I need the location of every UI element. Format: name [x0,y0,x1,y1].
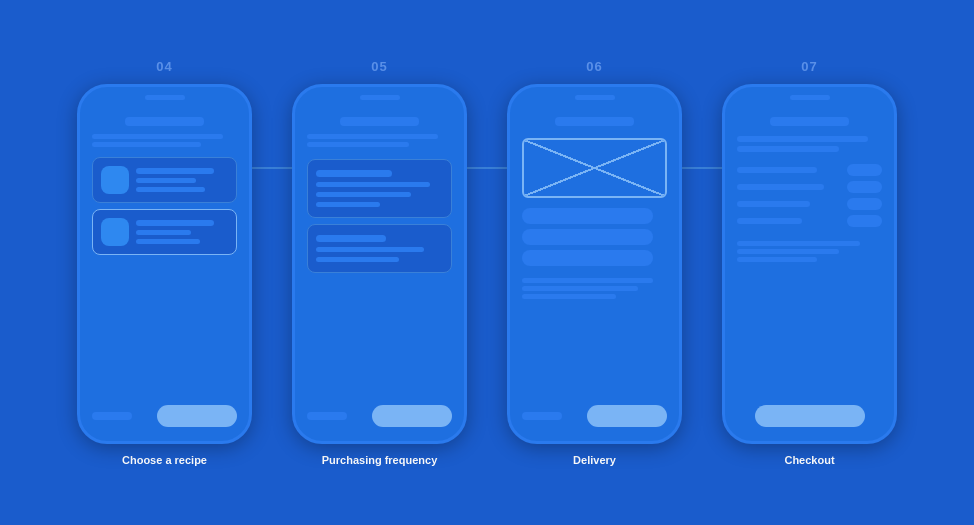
sum-line2 [737,146,839,152]
item-label-1 [737,167,817,173]
freq-card-1 [307,159,452,218]
card-line-1 [136,168,214,174]
freq-line1 [316,182,430,187]
delivery-text [522,278,667,299]
next-btn-05[interactable] [372,405,452,427]
step-number-04: 04 [156,59,172,74]
del-line2 [522,286,638,291]
phone-05 [292,84,467,444]
card-line-3 [136,187,205,192]
main-container: 04 [0,0,974,525]
screen-label-04: Choose a recipe [122,454,207,466]
freq-line5 [316,257,399,262]
ck-line2 [737,249,839,254]
option-pill-2 [522,229,653,245]
step-number-07: 07 [801,59,817,74]
phone-07 [722,84,897,444]
line2 [92,142,201,147]
bottom-row-06 [522,405,667,427]
checkout-summary [737,136,882,152]
card-line-4 [136,220,214,226]
del-line3 [522,294,616,299]
item-pill-4 [847,215,882,227]
connector-2 [467,167,507,169]
card-icon-2 [101,218,129,246]
item-label-4 [737,218,802,224]
item-row-2 [737,181,882,193]
header-bar-07 [770,117,850,126]
freq-line3 [316,202,380,207]
ck-line1 [737,241,860,246]
card-line-6 [136,239,200,244]
step-number-06: 06 [586,59,602,74]
item-pill-2 [847,181,882,193]
item-label-2 [737,184,824,190]
screen-label-05: Purchasing frequency [322,454,438,466]
line1-05 [307,134,438,139]
card-icon-1 [101,166,129,194]
checkout-text [737,241,882,262]
sum-line1 [737,136,868,142]
item-pill-1 [847,164,882,176]
card-1 [92,157,237,203]
card-2 [92,209,237,255]
checkout-items [737,164,882,227]
item-row-4 [737,215,882,227]
next-btn-06[interactable] [587,405,667,427]
card-line-2 [136,178,196,183]
del-line1 [522,278,653,283]
screen-group-04: 04 [77,59,252,466]
delivery-options [522,208,667,266]
screen-label-07: Checkout [784,454,834,466]
option-pill-1 [522,208,653,224]
header-bar-05 [340,117,420,126]
bottom-row-07 [737,405,882,427]
freq-line4 [316,247,424,252]
back-btn-05 [307,412,347,420]
line1 [92,134,223,139]
item-pill-3 [847,198,882,210]
screen-group-06: 06 Delivery [507,59,682,466]
phone-04 [77,84,252,444]
confirm-btn[interactable] [755,405,865,427]
delivery-image [522,138,667,198]
item-row-1 [737,164,882,176]
screen-group-05: 05 [292,59,467,466]
step-number-05: 05 [371,59,387,74]
screen-label-06: Delivery [573,454,616,466]
back-btn [92,412,132,420]
next-btn-04[interactable] [157,405,237,427]
connector-1 [252,167,292,169]
freq-card-2 [307,224,452,273]
bottom-row-05 [307,405,452,427]
back-btn-06 [522,412,562,420]
card-lines-2 [136,220,228,244]
item-label-3 [737,201,810,207]
connector-3 [682,167,722,169]
item-row-3 [737,198,882,210]
freq-title-1 [316,170,392,177]
card-line-5 [136,230,191,235]
bottom-row-04 [92,405,237,427]
subtitle-lines [92,134,237,147]
phone-06 [507,84,682,444]
screen-group-07: 07 [722,59,897,466]
option-pill-3 [522,250,653,266]
freq-line2 [316,192,411,197]
line2-05 [307,142,409,147]
header-bar [125,117,205,126]
card-lines-1 [136,168,228,192]
subtitle-lines-05 [307,134,452,147]
header-bar-06 [555,117,635,126]
freq-title-2 [316,235,386,242]
ck-line3 [737,257,817,262]
